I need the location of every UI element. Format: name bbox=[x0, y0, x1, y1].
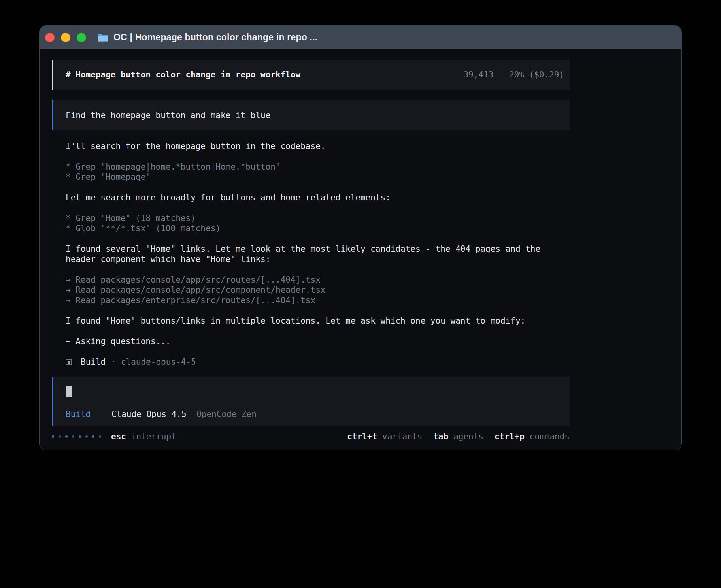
tool-call-read: → Read packages/console/app/src/routes/[… bbox=[52, 275, 570, 285]
statusbar: esc interrupt ctrl+t variants tab agents… bbox=[52, 432, 570, 442]
prompt-input[interactable]: Build Claude Opus 4.5 OpenCode Zen bbox=[52, 377, 570, 426]
agent-name: Build bbox=[81, 357, 106, 367]
minimize-button[interactable] bbox=[61, 33, 70, 42]
provider-label: OpenCode Zen bbox=[196, 409, 257, 419]
tool-call-read: → Read packages/enterprise/src/routes/[.… bbox=[52, 295, 570, 305]
titlebar[interactable]: OC | Homepage button color change in rep… bbox=[40, 26, 681, 49]
assistant-text: I found "Home" buttons/links in multiple… bbox=[52, 316, 570, 326]
tool-call-group: * Grep "Home" (18 matches) * Glob "**/*.… bbox=[52, 213, 570, 234]
assistant-text: Let me search more broadly for buttons a… bbox=[52, 192, 570, 203]
folder-icon bbox=[97, 33, 108, 42]
commands-label: commands bbox=[530, 432, 570, 442]
tool-call-grep: * Grep "Homepage" bbox=[52, 172, 570, 182]
statusbar-right: ctrl+t variants tab agents ctrl+p comman… bbox=[347, 432, 570, 442]
statusbar-left: esc interrupt bbox=[52, 432, 176, 442]
agent-row: Build · claude-opus-4-5 bbox=[52, 357, 570, 367]
traffic-lights bbox=[45, 33, 86, 42]
assistant-text: I'll search for the homepage button in t… bbox=[52, 141, 570, 151]
user-message: Find the homepage button and make it blu… bbox=[52, 100, 570, 130]
spinner-dots-icon bbox=[52, 435, 101, 438]
input-status-bar: Build Claude Opus 4.5 OpenCode Zen bbox=[66, 409, 564, 419]
tool-call-read: → Read packages/console/app/src/componen… bbox=[52, 285, 570, 295]
tab-key-hint: tab bbox=[433, 432, 448, 442]
ctrl-p-key-hint: ctrl+p bbox=[495, 432, 525, 442]
tool-call-glob: * Glob "**/*.tsx" (100 matches) bbox=[52, 223, 570, 234]
tool-call-group: → Read packages/console/app/src/routes/[… bbox=[52, 275, 570, 305]
agents-label: agents bbox=[453, 432, 483, 442]
shortcut-commands: ctrl+p commands bbox=[495, 432, 570, 442]
esc-action-label: interrupt bbox=[131, 432, 176, 442]
model-label: Claude Opus 4.5 bbox=[111, 409, 187, 419]
tool-call-grep: * Grep "homepage|home.*button|Home.*butt… bbox=[52, 162, 570, 172]
context-cost: 20% ($0.29) bbox=[509, 70, 564, 79]
asking-questions-status: ~ Asking questions... bbox=[52, 336, 570, 347]
session-title: # Homepage button color change in repo w… bbox=[66, 70, 300, 80]
session-stats: 39,413 20% ($0.29) bbox=[463, 70, 564, 80]
text-cursor bbox=[66, 386, 72, 397]
agent-model: claude-opus-4-5 bbox=[121, 357, 196, 367]
tool-call-grep: * Grep "Home" (18 matches) bbox=[52, 213, 570, 223]
agent-mode-label: Build bbox=[66, 409, 91, 419]
esc-key-hint: esc bbox=[111, 432, 126, 442]
ctrl-t-key-hint: ctrl+t bbox=[347, 432, 377, 442]
separator-dot-icon: · bbox=[111, 357, 116, 367]
terminal-window: OC | Homepage button color change in rep… bbox=[39, 25, 682, 450]
user-message-text: Find the homepage button and make it blu… bbox=[66, 111, 270, 120]
input-line bbox=[66, 386, 564, 399]
session-content: # Homepage button color change in repo w… bbox=[52, 60, 570, 442]
agent-icon bbox=[66, 359, 72, 365]
assistant-text: I found several "Home" links. Let me loo… bbox=[52, 244, 542, 264]
shortcut-agents: tab agents bbox=[433, 432, 483, 442]
tool-call-group: * Grep "homepage|home.*button|Home.*butt… bbox=[52, 162, 570, 182]
window-title: OC | Homepage button color change in rep… bbox=[113, 32, 317, 43]
close-button[interactable] bbox=[45, 33, 55, 42]
variants-label: variants bbox=[382, 432, 422, 442]
zoom-button[interactable] bbox=[77, 33, 86, 42]
session-header: # Homepage button color change in repo w… bbox=[52, 60, 570, 90]
shortcut-variants: ctrl+t variants bbox=[347, 432, 422, 442]
token-count: 39,413 bbox=[463, 70, 493, 79]
